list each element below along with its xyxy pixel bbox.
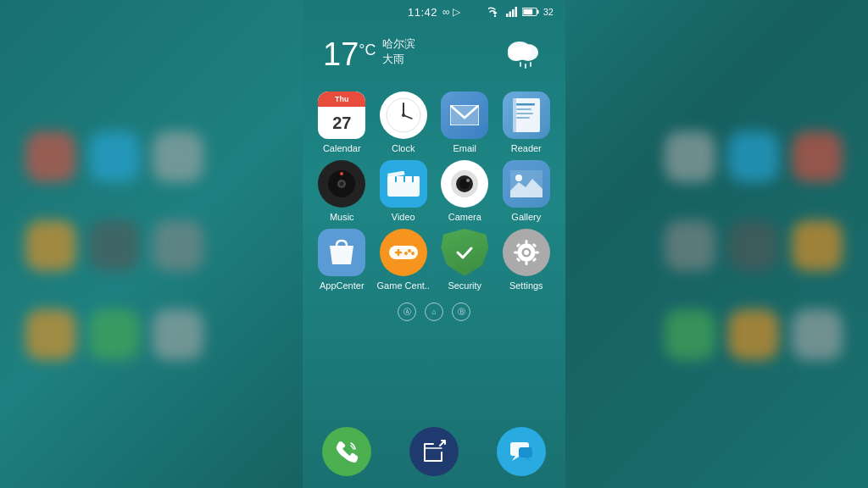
svg-point-30 xyxy=(340,182,344,186)
svg-point-51 xyxy=(404,252,408,255)
settings-label: Settings xyxy=(498,280,554,291)
app-row-3: AppCenter Game Cent.. xyxy=(311,229,557,291)
video-clapper xyxy=(387,171,420,197)
svg-rect-26 xyxy=(513,98,516,132)
svg-rect-24 xyxy=(516,113,533,114)
svg-rect-65 xyxy=(519,447,532,458)
app-row-2: Music Video xyxy=(311,160,557,222)
email-label: Email xyxy=(437,143,492,153)
wifi-icon xyxy=(488,7,502,17)
svg-point-50 xyxy=(411,252,415,255)
app-calendar[interactable]: Thu 27 Calendar xyxy=(314,92,370,153)
video-label: Video xyxy=(376,212,431,222)
weather-temperature: 17°C xyxy=(323,36,376,73)
email-envelope xyxy=(450,105,479,125)
reader-icon xyxy=(503,92,550,139)
svg-marker-66 xyxy=(526,458,532,463)
weather-icon-area xyxy=(501,32,545,76)
cloud-rain-icon xyxy=(501,32,545,76)
temp-unit: °C xyxy=(359,42,376,59)
dock-messages[interactable] xyxy=(497,427,546,476)
calendar-label: Calendar xyxy=(314,143,370,153)
svg-rect-54 xyxy=(525,240,527,244)
email-icon xyxy=(441,92,488,139)
app-music[interactable]: Music xyxy=(314,160,370,222)
weather-widget: 17°C 哈尔滨 大雨 xyxy=(303,24,565,88)
svg-rect-25 xyxy=(516,117,530,119)
status-time: 11:42 xyxy=(408,6,437,19)
dock xyxy=(303,422,565,488)
nav-dot-b[interactable]: Ⓑ xyxy=(452,302,470,321)
calendar-date: 27 xyxy=(332,107,351,139)
svg-rect-4 xyxy=(515,7,517,17)
appcenter-icon xyxy=(318,229,365,276)
dock-phone[interactable] xyxy=(322,427,371,476)
nav-dots: Ⓐ ⌂ Ⓑ xyxy=(398,302,470,321)
camera-label: Camera xyxy=(437,212,492,222)
app-reader[interactable]: Reader xyxy=(498,92,554,153)
app-settings[interactable]: Settings xyxy=(498,229,554,291)
status-signals: ∞ ▷ xyxy=(442,6,460,18)
reader-book xyxy=(511,98,542,132)
nav-dot-a[interactable]: Ⓐ xyxy=(398,302,416,321)
app-camera[interactable]: Camera xyxy=(437,160,492,222)
svg-rect-7 xyxy=(523,9,532,14)
app-security[interactable]: Security xyxy=(437,229,492,291)
app-video[interactable]: Video xyxy=(376,160,431,222)
settings-icon xyxy=(503,229,550,276)
browser-icon xyxy=(421,439,447,464)
security-checkmark xyxy=(453,241,476,264)
gamepad xyxy=(387,241,420,264)
music-label: Music xyxy=(314,212,370,222)
phone-icon xyxy=(334,439,359,464)
battery-level: 32 xyxy=(543,7,554,17)
weather-city: 哈尔滨 xyxy=(382,36,415,52)
svg-point-0 xyxy=(494,15,496,17)
svg-point-45 xyxy=(515,175,522,181)
battery-icon xyxy=(522,7,539,17)
appcenter-bag xyxy=(326,237,357,268)
svg-point-49 xyxy=(408,249,411,252)
svg-rect-23 xyxy=(516,108,531,110)
app-appcenter[interactable]: AppCenter xyxy=(314,229,370,291)
svg-point-53 xyxy=(524,250,529,255)
gallery-image xyxy=(510,170,542,197)
svg-rect-22 xyxy=(516,103,535,106)
calendar-icon: Thu 27 xyxy=(318,92,365,139)
security-label: Security xyxy=(437,280,492,291)
security-icon xyxy=(441,229,488,276)
nav-dot-home[interactable]: ⌂ xyxy=(425,302,443,321)
phone-screen: 11:42 ∞ ▷ 32 xyxy=(303,0,565,488)
svg-rect-12 xyxy=(525,64,526,69)
svg-rect-2 xyxy=(509,12,511,18)
camera-icon xyxy=(441,160,488,208)
music-disc xyxy=(324,166,359,202)
svg-point-18 xyxy=(402,114,405,117)
gallery-label: Gallery xyxy=(498,212,554,222)
svg-rect-6 xyxy=(537,10,538,14)
clock-face xyxy=(383,95,424,136)
svg-rect-11 xyxy=(520,62,521,67)
clock-label: Clock xyxy=(376,143,431,153)
svg-point-10 xyxy=(508,47,525,61)
calendar-day: Thu xyxy=(318,92,365,107)
status-icons: 32 xyxy=(488,7,554,17)
svg-rect-57 xyxy=(535,252,539,254)
svg-rect-55 xyxy=(525,261,527,265)
signal-icon xyxy=(506,7,518,17)
app-gamecenter[interactable]: Game Cent.. xyxy=(376,229,431,291)
clock-icon xyxy=(380,92,427,139)
settings-gear xyxy=(511,237,542,268)
gallery-icon xyxy=(503,160,550,208)
appcenter-label: AppCenter xyxy=(314,280,370,291)
weather-condition: 大雨 xyxy=(382,52,415,67)
gamecenter-icon xyxy=(380,229,427,276)
gamecenter-label: Game Cent.. xyxy=(376,280,431,291)
dock-browser[interactable] xyxy=(409,427,459,476)
app-email[interactable]: Email xyxy=(437,92,492,153)
music-icon xyxy=(318,160,365,208)
messages-icon xyxy=(509,439,534,464)
svg-marker-64 xyxy=(512,456,520,461)
app-clock[interactable]: Clock xyxy=(376,92,431,153)
app-gallery[interactable]: Gallery xyxy=(498,160,554,222)
